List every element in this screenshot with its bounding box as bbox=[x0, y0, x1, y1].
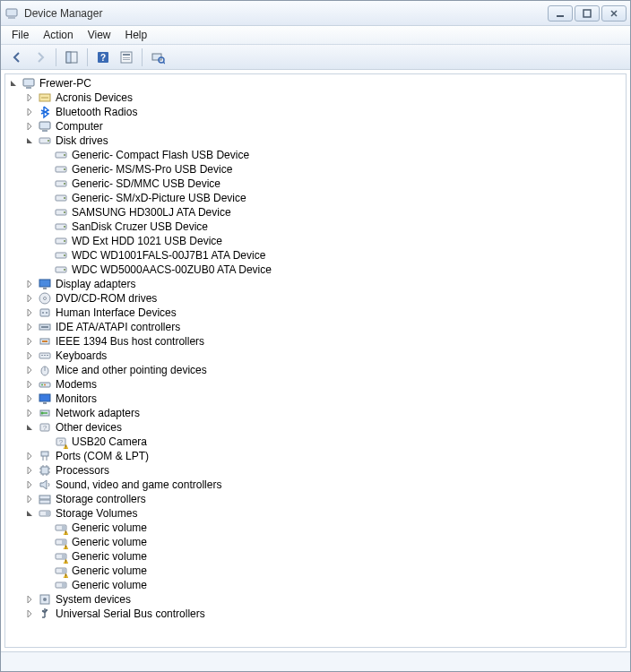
tree-node[interactable]: Mice and other pointing devices bbox=[7, 363, 624, 377]
tree-node[interactable]: Ports (COM & LPT) bbox=[7, 449, 624, 463]
tree-node[interactable]: Generic- SM/xD-Picture USB Device bbox=[7, 191, 624, 205]
expand-icon[interactable] bbox=[23, 106, 36, 118]
expand-icon[interactable] bbox=[23, 392, 36, 405]
modem-icon bbox=[38, 377, 52, 392]
expand-icon[interactable] bbox=[23, 306, 36, 319]
menu-file[interactable]: File bbox=[4, 27, 36, 43]
expand-icon[interactable] bbox=[23, 120, 36, 133]
expand-icon[interactable] bbox=[23, 378, 36, 391]
tree-node[interactable]: Frewer-PC bbox=[7, 76, 624, 90]
tree-node-label: Network adapters bbox=[56, 407, 140, 419]
expand-icon[interactable] bbox=[23, 593, 36, 606]
expand-icon[interactable] bbox=[23, 607, 36, 620]
tree-node[interactable]: Generic- Compact Flash USB Device bbox=[7, 148, 624, 162]
tree-node[interactable]: Generic- SD/MMC USB Device bbox=[7, 177, 624, 191]
maximize-button[interactable] bbox=[575, 5, 600, 22]
tree-node[interactable]: !Generic volume bbox=[7, 549, 624, 564]
dvd-icon bbox=[38, 291, 52, 306]
window-buttons bbox=[548, 5, 627, 22]
expand-icon[interactable] bbox=[23, 464, 36, 477]
tree-node-label: Generic- SM/xD-Picture USB Device bbox=[72, 192, 246, 204]
collapse-icon[interactable] bbox=[23, 507, 36, 520]
tree-node[interactable]: Acronis Devices bbox=[7, 90, 624, 105]
tree-node[interactable]: WDC WD5000AACS-00ZUB0 ATA Device bbox=[7, 263, 624, 277]
tree-node[interactable]: Sound, video and game controllers bbox=[7, 478, 624, 492]
svg-rect-10 bbox=[123, 57, 130, 58]
properties-button[interactable] bbox=[116, 47, 137, 67]
tree-node[interactable]: Monitors bbox=[7, 392, 624, 406]
menu-view[interactable]: View bbox=[81, 27, 118, 43]
tree-node[interactable]: ?!USB20 Camera bbox=[7, 435, 624, 449]
tree-node-label: IEEE 1394 Bus host controllers bbox=[56, 335, 204, 348]
tree-node[interactable]: IEEE 1394 Bus host controllers bbox=[7, 334, 624, 349]
expand-icon[interactable] bbox=[23, 321, 36, 333]
tree-node-label: IDE ATA/ATAPI controllers bbox=[56, 321, 180, 333]
tree-node-label: Generic volume bbox=[72, 564, 147, 577]
device-tree[interactable]: Frewer-PCAcronis DevicesBluetooth Radios… bbox=[4, 73, 627, 648]
other-icon: ?! bbox=[54, 435, 68, 449]
tree-node-label: DVD/CD-ROM drives bbox=[56, 292, 157, 305]
tree-node[interactable]: !Generic volume bbox=[7, 564, 624, 578]
tree-node[interactable]: Network adapters bbox=[7, 406, 624, 420]
tree-node[interactable]: !Generic volume bbox=[7, 521, 624, 535]
tree-node[interactable]: WDC WD1001FALS-00J7B1 ATA Device bbox=[7, 248, 624, 263]
expand-icon[interactable] bbox=[23, 335, 36, 348]
menu-help[interactable]: Help bbox=[118, 27, 155, 43]
tree-node[interactable]: ?Other devices bbox=[7, 420, 624, 435]
tree-node[interactable]: Disk drives bbox=[7, 134, 624, 148]
minimize-button[interactable] bbox=[548, 5, 573, 22]
tree-node[interactable]: Keyboards bbox=[7, 349, 624, 363]
expand-icon[interactable] bbox=[23, 292, 36, 305]
tree-node[interactable]: Processors bbox=[7, 463, 624, 478]
tree-node[interactable]: Universal Serial Bus controllers bbox=[7, 607, 624, 621]
expand-icon[interactable] bbox=[23, 278, 36, 290]
expand-icon[interactable] bbox=[23, 364, 36, 376]
tree-node[interactable]: Computer bbox=[7, 119, 624, 134]
tree-node[interactable]: Generic volume bbox=[7, 578, 624, 592]
tree-node[interactable]: Generic- MS/MS-Pro USB Device bbox=[7, 162, 624, 177]
svg-rect-15 bbox=[26, 87, 31, 89]
tree-node-label: Acronis Devices bbox=[56, 91, 133, 104]
expand-icon[interactable] bbox=[23, 478, 36, 491]
tree-node[interactable]: Storage Volumes bbox=[7, 506, 624, 521]
tree-node[interactable]: !Generic volume bbox=[7, 535, 624, 549]
tree-node[interactable]: WD Ext HDD 1021 USB Device bbox=[7, 234, 624, 248]
collapse-icon[interactable] bbox=[7, 77, 20, 90]
close-button[interactable] bbox=[601, 5, 627, 22]
expand-icon[interactable] bbox=[23, 493, 36, 505]
tree-node[interactable]: DVD/CD-ROM drives bbox=[7, 291, 624, 306]
svg-rect-90 bbox=[62, 583, 65, 587]
menu-action[interactable]: Action bbox=[36, 27, 80, 43]
svg-rect-78 bbox=[62, 540, 65, 544]
tree-node[interactable]: Bluetooth Radios bbox=[7, 105, 624, 119]
collapse-icon[interactable] bbox=[23, 421, 36, 434]
tree-node[interactable]: Display adapters bbox=[7, 277, 624, 291]
tree-node-label: Generic volume bbox=[72, 550, 147, 563]
window-title: Device Manager bbox=[24, 7, 548, 20]
other-icon: ? bbox=[38, 420, 52, 435]
tree-node[interactable]: Storage controllers bbox=[7, 492, 624, 506]
svg-point-56 bbox=[44, 384, 46, 386]
expand-icon[interactable] bbox=[23, 91, 36, 104]
back-button[interactable] bbox=[6, 47, 28, 67]
acronis-icon bbox=[38, 90, 52, 105]
expand-icon[interactable] bbox=[23, 407, 36, 419]
volume-icon bbox=[38, 506, 52, 521]
tree-node[interactable]: IDE ATA/ATAPI controllers bbox=[7, 320, 624, 334]
show-hide-tree-button[interactable] bbox=[61, 47, 82, 67]
tree-node[interactable]: SanDisk Cruzer USB Device bbox=[7, 220, 624, 234]
expand-icon[interactable] bbox=[23, 450, 36, 462]
expand-icon[interactable] bbox=[23, 349, 36, 362]
tree-node[interactable]: Modems bbox=[7, 377, 624, 392]
forward-button[interactable] bbox=[30, 47, 51, 67]
collapse-icon[interactable] bbox=[23, 134, 36, 147]
svg-point-55 bbox=[41, 384, 43, 386]
tree-node[interactable]: Human Interface Devices bbox=[7, 306, 624, 320]
bluetooth-icon bbox=[38, 105, 52, 119]
tree-node[interactable]: SAMSUNG HD300LJ ATA Device bbox=[7, 205, 624, 220]
tree-node[interactable]: System devices bbox=[7, 592, 624, 607]
help-button[interactable]: ? bbox=[92, 47, 114, 67]
tree-node-label: Other devices bbox=[56, 421, 122, 434]
scan-hardware-button[interactable] bbox=[147, 47, 169, 67]
app-icon bbox=[4, 6, 19, 21]
